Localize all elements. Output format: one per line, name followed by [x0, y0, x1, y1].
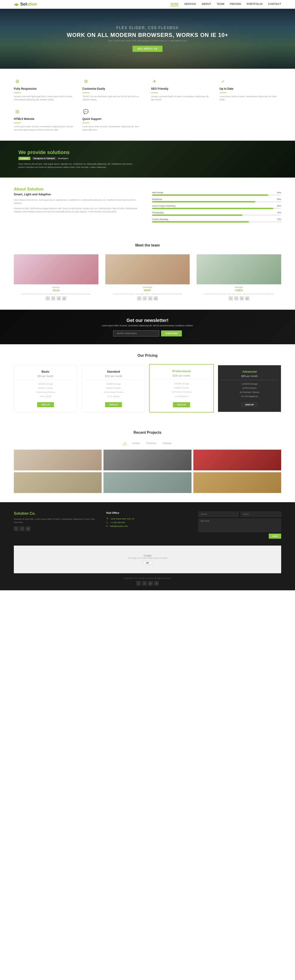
skill-branding: Custom Branding 75% [152, 218, 281, 223]
about-subheading: Smart, Light and Adaptive [14, 192, 143, 196]
nav-service[interactable]: SERVICE [184, 3, 196, 6]
team-socials-3: f t in g+ [197, 296, 281, 301]
social-twitter-3[interactable]: t [234, 296, 238, 301]
footer-name-input[interactable] [198, 511, 239, 517]
social-facebook-3[interactable]: f [228, 296, 233, 301]
pricing-feature-item: No Premium Themes [221, 390, 278, 394]
footer-contact-form: Send [198, 511, 281, 539]
pricing-cta-professional[interactable]: SIGN UP [173, 402, 190, 407]
portfolio-item-4[interactable] [14, 472, 102, 493]
team-photo-julia [14, 255, 98, 284]
footer-grid: Solution Co. Quisque sit amet felis. Lor… [14, 511, 281, 539]
nav-home[interactable]: HOME [171, 3, 179, 6]
team-card-julia: Director JULIA Lorem rhoncus dui vel sem… [14, 255, 98, 301]
pricing-feature-item: 24 hr support [85, 394, 142, 398]
newsletter-email-input[interactable] [113, 331, 159, 336]
pricing-feature-item: 500MB Storage [17, 382, 74, 386]
feature-text-4: Lorem ipsum dolor sit amet, consectetuer… [220, 95, 281, 101]
nav-team[interactable]: TEAM [217, 3, 224, 6]
portfolio-item-5[interactable] [103, 472, 191, 493]
skill-photography: Photography 70% [152, 212, 281, 216]
footer-social-icons: f t g+ [14, 527, 97, 531]
footer-form-row-1 [198, 511, 281, 517]
pricing-price-standard: $19/ per month [85, 375, 142, 377]
pricing-feature-item: 24hr support [17, 394, 74, 398]
footer-address-line-2: 📞 +1 555 000 000 [106, 521, 189, 524]
social-gplus-1[interactable]: g+ [62, 296, 67, 301]
hero-caption: SEE CANIUSE.COM FOR BROWSER COMPATIBILIT… [67, 40, 228, 42]
nav-portfolio[interactable]: PORTFOLIO [247, 3, 263, 6]
nav-contact[interactable]: CONTACT [268, 3, 281, 6]
pricing-card-basic: Basic $9/ per month 500MB Storage 500MB … [14, 365, 77, 412]
skill-webdesign: Web Design 90% [152, 191, 281, 196]
pricing-feature-item: 500MB Transfer [17, 386, 74, 390]
footer-message-input[interactable] [198, 519, 281, 532]
portfolio-item-3[interactable] [193, 450, 281, 470]
map-ok-button[interactable]: OK [143, 561, 152, 565]
footer-bottom: Copyright © 2014 Solution Company. All R… [14, 573, 281, 586]
hero-cta-button[interactable]: SEE ABOUT US [133, 46, 163, 52]
about-section: About Solution Smart, Light and Adaptive… [0, 178, 295, 234]
skill-label-2: Wordpress 80% [152, 198, 281, 200]
skill-wordpress: Wordpress 80% [152, 198, 281, 202]
filter-creative[interactable]: Creative [131, 442, 141, 445]
solutions-tags: Creative Designers & Talented Developers [18, 157, 134, 160]
footer-submit-button[interactable]: Send [269, 534, 281, 539]
newsletter-subscribe-button[interactable]: SUBSCRIBE [161, 331, 182, 336]
feature-divider-3 [151, 92, 158, 93]
portfolio-item-1[interactable] [14, 450, 102, 470]
team-socials-1: f t in g+ [14, 296, 98, 301]
social-twitter-1[interactable]: t [51, 296, 56, 301]
feature-title-4: Up to Date [220, 87, 281, 91]
plane-icon: ✈ [151, 78, 158, 85]
footer: Solution Co. Quisque sit amet felis. Lor… [0, 502, 295, 590]
footer-email-input[interactable] [240, 511, 281, 517]
feature-html5: ⊞ HTML5 Website Lorem ipsum dolor sit am… [14, 108, 76, 131]
team-card-linda: Manager LINDA Lorem rhoncus dui vel sem.… [197, 255, 281, 301]
pricing-cta-advanced[interactable]: SIGN UP [241, 402, 258, 407]
pricing-feature-item: 4/7 Info-biquetrust [221, 394, 278, 398]
bottom-gplus-icon[interactable]: g+ [148, 581, 153, 586]
pricing-cta-basic[interactable]: SIGN UP [37, 402, 54, 407]
pricing-cta-standard[interactable]: SIGN UP [105, 402, 122, 407]
pricing-price-professional: $29/ per month [153, 374, 210, 377]
social-gplus-3[interactable]: g+ [245, 296, 249, 301]
map-inner: Google This page can't load Google Maps … [14, 546, 281, 573]
filter-photoshop[interactable]: Photoshop [145, 442, 158, 445]
footer-address-col: Visit Office 📍 1234 Street New York, NY … [106, 511, 189, 539]
feature-title-1: Fully Responsive [14, 87, 76, 91]
nav-about[interactable]: ABOUT [201, 3, 211, 6]
team-role-1: Director [14, 286, 98, 288]
pricing-card-professional: Professional $29/ per month 500MB Storag… [149, 364, 214, 412]
nav-pricing[interactable]: PRICING [230, 3, 241, 6]
solutions-heading: We provide solutions [18, 150, 134, 156]
social-facebook-1[interactable]: f [46, 296, 50, 301]
team-socials-2: f t in g+ [105, 296, 190, 301]
filter-webpage[interactable]: Webpage [161, 442, 173, 445]
feature-divider-1 [14, 92, 21, 93]
bottom-twitter-icon[interactable]: t [142, 581, 147, 586]
footer-gplus-icon[interactable]: g+ [26, 527, 30, 531]
filter-all[interactable]: All [122, 442, 127, 445]
pricing-plan-advanced: Advanced [221, 370, 278, 373]
features-section: 🖥 Fully Responsive Aenean commodo ligula… [0, 69, 295, 141]
social-linkedin-2[interactable]: in [148, 296, 152, 301]
pricing-price-basic: $9/ per month [17, 375, 74, 377]
social-facebook-2[interactable]: f [137, 296, 141, 301]
social-twitter-2[interactable]: t [143, 296, 147, 301]
pricing-feature-item: 1,000GB Storage [221, 382, 278, 386]
team-desc-3: Lorem rhoncus dui vel sem. Sed augue ips… [197, 293, 281, 295]
bottom-linkedin-icon[interactable]: in [154, 581, 159, 586]
map-label: Google [143, 554, 151, 557]
portfolio-item-2[interactable] [103, 450, 191, 470]
footer-twitter-icon[interactable]: t [20, 527, 24, 531]
social-linkedin-1[interactable]: in [57, 296, 61, 301]
social-gplus-2[interactable]: g+ [154, 296, 158, 301]
portfolio-item-6[interactable] [193, 472, 281, 493]
social-linkedin-3[interactable]: in [239, 296, 244, 301]
hero-content: FLEX SLIDER, CSS FLEXBOX WORK ON ALL MOD… [67, 26, 228, 52]
footer-about-col: Solution Co. Quisque sit amet felis. Lor… [14, 511, 97, 539]
bottom-facebook-icon[interactable]: f [136, 581, 141, 586]
feature-text-6: Lorem ipsum dolor sit amet, consectetuer… [82, 125, 144, 131]
footer-facebook-icon[interactable]: f [14, 527, 18, 531]
